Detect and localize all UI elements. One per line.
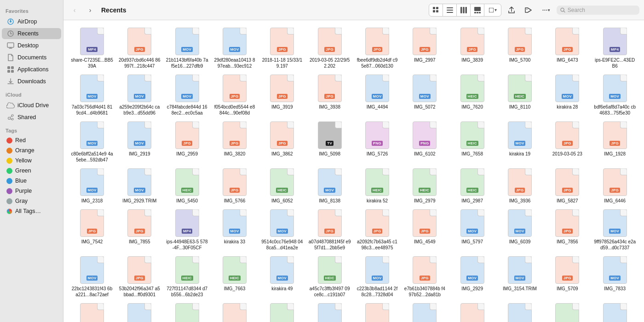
view-group-button[interactable]: ▾ [484, 4, 501, 16]
file-item[interactable]: HEIC 99FADCC8-1C25 -432D-...6A81A4B [164, 300, 210, 322]
file-item[interactable]: HEIC IMG_6052 [259, 166, 305, 206]
file-item[interactable]: MOV file_row8_3 [402, 300, 448, 322]
file-item[interactable]: JPG IMG_3820 [212, 119, 258, 165]
file-item[interactable]: MP4 ips-44948E63-5 578-4F...30F05CF [164, 207, 210, 253]
file-item[interactable]: JPG IMG_3919 [259, 72, 305, 118]
file-item[interactable]: JPG a2092fc7b63a45 c198c3...ee48975 [354, 207, 400, 253]
file-item[interactable]: HEIC IMG_8110 [497, 72, 543, 118]
file-item[interactable]: MOV file_row8_5 [497, 300, 543, 322]
file-item[interactable]: MP4 ips-E9FE2C...43EDB6 [592, 25, 638, 71]
file-item[interactable]: HEIC IMG_2904 [259, 300, 305, 322]
file-item[interactable]: MOV 9ff978526a434c e2ad59...d0c7337 [592, 207, 638, 253]
sidebar-item-shared[interactable]: Shared [2, 112, 61, 123]
file-item[interactable]: MOV IMG_6039 [497, 207, 543, 253]
file-item[interactable]: PNG IMG_6102 [402, 119, 448, 165]
file-item[interactable]: JPG IMG_6446 [592, 166, 638, 206]
sidebar-item-orange[interactable]: Orange [2, 146, 61, 155]
sidebar-item-gray[interactable]: Gray [2, 196, 61, 206]
file-item[interactable]: HEIC file_row8_6 [544, 300, 590, 322]
file-item[interactable]: JPG IMG_7855 [116, 207, 162, 253]
file-item[interactable]: TV IMG_5098 [307, 119, 353, 165]
share-button[interactable] [504, 4, 519, 16]
sidebar-item-applications[interactable]: Applications [2, 64, 61, 75]
file-item[interactable]: MP4 share-C7235E...BB539A [69, 25, 115, 71]
file-item[interactable]: MOV kirakira 33 [212, 207, 258, 253]
sidebar-item-icloud-drive[interactable]: iCloud Drive [2, 100, 61, 111]
file-item[interactable]: MOV a259e209f2b64c cab9e3...d55dd96 [116, 72, 162, 118]
more-button[interactable]: ··· ▾ [538, 4, 554, 16]
file-item[interactable]: JPG IMG_3936 [497, 166, 543, 206]
file-item[interactable]: JPG IMG_2997 [402, 25, 448, 71]
file-item[interactable]: JPG IMG_5709 [544, 253, 590, 299]
file-item[interactable]: JPG 2019-03-05 23 [544, 119, 590, 165]
file-item[interactable]: PNG IMG_5726 [354, 119, 400, 165]
file-item[interactable]: MOV IMG_7895 [116, 300, 162, 322]
file-item[interactable]: MOV IMG_2919 [116, 119, 162, 165]
view-list-button[interactable] [443, 4, 457, 16]
file-item[interactable]: MOV kirakira 49 [259, 253, 305, 299]
file-item[interactable]: MOV file_row8_7 [592, 300, 638, 322]
file-item[interactable]: JPG IMG_5766 [212, 166, 258, 206]
file-item[interactable]: HEIC IMG_7663 [212, 253, 258, 299]
search-input[interactable] [568, 7, 636, 13]
file-item[interactable]: MOV IMG_7833 [592, 253, 638, 299]
file-item[interactable]: JPG fbee6df9db2d4df c95e87...060d130 [354, 25, 400, 71]
file-item[interactable]: JPG file_row8_4 [449, 300, 495, 322]
file-item[interactable]: JPG IMG_5827 [544, 166, 590, 206]
view-icon-button[interactable] [429, 4, 443, 16]
file-item[interactable]: HEIC 727f31147d8344 d7b556...6b2de23 [164, 253, 210, 299]
file-item[interactable]: MOV IMG_2929.TRIM [116, 166, 162, 206]
forward-button[interactable]: › [84, 5, 97, 16]
sidebar-item-blue[interactable]: Blue [2, 176, 61, 185]
file-item[interactable]: JPG file_row8_2 [354, 300, 400, 322]
file-item[interactable]: JPG a07d4870881f45f e95f7d1...2bb5e9 [307, 207, 353, 253]
file-item[interactable]: JPG a14efb2af110444 7aeaad7...722ac6 [212, 300, 258, 322]
file-item[interactable]: HEIC IMG_7658 [449, 119, 495, 165]
back-button[interactable]: ‹ [68, 5, 81, 16]
sidebar-item-recents[interactable]: Recents [2, 28, 61, 39]
file-item[interactable]: JPG IMG_7844 [69, 300, 115, 322]
tag-button[interactable] [522, 4, 535, 16]
file-item[interactable]: HEIC IMG_5450 [164, 166, 210, 206]
file-item[interactable]: JPG IMG_4549 [402, 207, 448, 253]
file-item[interactable]: HEIC IMG_2979 [402, 166, 448, 206]
file-item[interactable]: MOV IMG_5797 [449, 207, 495, 253]
file-item[interactable]: MOV IMG_3154.TRIM [497, 253, 543, 299]
file-item[interactable]: JPG 2019-03-05 22/29/52.202 [307, 25, 353, 71]
sidebar-item-purple[interactable]: Purple [2, 186, 61, 196]
sidebar-item-green[interactable]: Green [2, 166, 61, 175]
sidebar-item-yellow[interactable]: Yellow [2, 156, 61, 165]
file-item[interactable]: MOV IMG_8138 [307, 166, 353, 206]
sidebar-item-red[interactable]: Red [2, 136, 61, 145]
file-item[interactable]: HEIC kirakira 52 [354, 166, 400, 206]
file-item[interactable]: MOV kirakira 19 [497, 119, 543, 165]
file-item[interactable]: MOV 22bc1243831f43 6ba221...8ac72aef [69, 253, 115, 299]
file-item[interactable]: JPG IMG_3839 [449, 25, 495, 71]
file-item[interactable]: JPG IMG_5700 [497, 25, 543, 71]
file-item[interactable]: JPG IMG_6473 [544, 25, 590, 71]
file-item[interactable]: JPG 20d937cbd6c446 86997f...218c447 [116, 25, 162, 71]
file-item[interactable]: JPG IMG_3862 [259, 119, 305, 165]
sidebar-item-downloads[interactable]: Downloads [2, 76, 61, 87]
file-item[interactable]: MOV c223b3b8ad1144 2f8c28...7328d04 [354, 253, 400, 299]
file-item[interactable]: HEIC IMG_2987 [449, 166, 495, 206]
file-item[interactable]: JPG IMG_2959 [164, 119, 210, 165]
view-columns-button[interactable] [457, 4, 471, 16]
file-item[interactable]: MOV IMG_5072 [402, 72, 448, 118]
sidebar-item-all-tags[interactable]: All Tags… [2, 207, 61, 216]
file-item[interactable]: MOV 9514c0cc76e948 048ca5...d41ea2e [259, 207, 305, 253]
sidebar-item-documents[interactable]: Documents [2, 52, 61, 63]
file-item[interactable]: JPG IMG_1928 [592, 119, 638, 165]
file-item[interactable]: MOV bdf6e6af8d7a40c cb4683...75f5e30 [592, 72, 638, 118]
file-item[interactable]: JPG IMG_7542 [69, 207, 115, 253]
file-item[interactable]: MOV 7a03c756df4d41 819cd4...d4b9681 [69, 72, 115, 118]
file-item[interactable]: MOV c80e6bff2a514e9 4a5ebe...592db47 [69, 119, 115, 165]
sidebar-item-airdrop[interactable]: AirDrop [2, 16, 61, 27]
file-item[interactable]: JPG IMG_7856 [544, 207, 590, 253]
file-item[interactable]: HEIC a45c7c3ffb3f497 09ce8c...c191b07 [307, 253, 353, 299]
file-item[interactable]: MOV 21b1143bf6fa40b 7af5e16...227dfb9 [164, 25, 210, 71]
file-item[interactable]: HEIC IMG_7620 [449, 72, 495, 118]
sidebar-item-desktop[interactable]: Desktop [2, 40, 61, 51]
file-item[interactable]: MOV file_row8_1 [307, 300, 353, 322]
view-gallery-button[interactable] [471, 4, 484, 16]
